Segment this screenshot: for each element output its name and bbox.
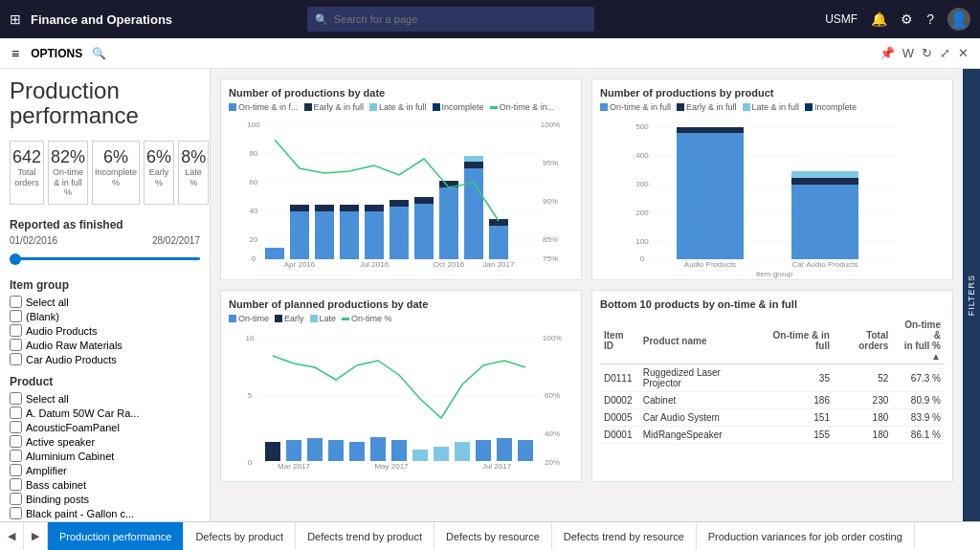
svg-text:Item group: Item group [756,270,793,278]
row-name-2: Car Audio System [639,409,760,427]
left-panel: Production performance 642 Total orders … [0,69,211,521]
tab-defects-trend-by-product[interactable]: Defects trend by product [296,522,434,550]
svg-text:5: 5 [248,391,253,400]
svg-rect-78 [412,450,428,461]
table-row: D0111 Ruggedized Laser Projector 35 52 6… [600,364,945,392]
row-total-1: 230 [834,392,892,409]
tab-production-variances[interactable]: Production variances for job order costi… [697,522,915,550]
tab-prev-btn[interactable]: ◀ [0,522,24,550]
search-icon: 🔍 [315,13,328,26]
svg-text:Jan 2017: Jan 2017 [483,260,515,269]
svg-rect-34 [464,156,483,162]
kpi-value-0: 642 [12,147,41,167]
chart-planned-by-date: Number of planned productions by date On… [220,290,582,482]
tab-defects-trend-by-resource[interactable]: Defects trend by resource [552,522,697,550]
product-select-all[interactable]: Select all [10,392,200,405]
pin-icon[interactable]: 📌 [880,46,895,60]
legend-incomplete: Incomplete [433,102,484,112]
notification-icon[interactable]: 🔔 [871,11,887,27]
popout-icon[interactable]: ⤢ [940,46,950,60]
svg-text:Audio Products: Audio Products [684,260,736,269]
kpi-label-2: Incomplete % [95,167,137,188]
kpi-incomplete: 6% Incomplete % [92,141,140,205]
item-group-blank[interactable]: (Blank) [10,310,200,322]
usmf-label[interactable]: USMF [825,12,858,26]
svg-rect-79 [434,447,449,461]
table-row: D0001 MidRangeSpeaker 155 180 86.1 % [600,427,945,444]
search-options-icon[interactable]: 🔍 [92,47,106,60]
slider-thumb-left[interactable] [10,253,21,265]
chart-productions-by-date: Number of productions by date On-time & … [220,78,582,280]
svg-rect-21 [315,205,334,211]
product-bass[interactable]: Bass cabinet [10,478,200,491]
item-group-car[interactable]: Car Audio Products [10,353,200,365]
svg-rect-18 [290,211,309,259]
kpi-label-1: On-time & in full % [51,167,85,198]
chart-2-title: Number of productions by product [600,87,945,99]
search-bar[interactable]: 🔍 [307,7,594,32]
word-icon[interactable]: W [902,46,914,60]
legend3-late: Late [310,314,337,323]
product-active-speaker[interactable]: Active speaker [10,435,200,448]
tab-next-btn[interactable]: ▶ [24,522,48,550]
svg-text:40: 40 [250,207,258,215]
svg-rect-25 [365,205,384,211]
date-to: 28/02/2017 [152,235,200,246]
tab-defects-by-resource[interactable]: Defects by resource [434,522,552,550]
tab-production-performance[interactable]: Production performance [48,522,184,550]
svg-text:200: 200 [635,209,649,217]
legend3-ontime: On-time [229,314,269,323]
svg-text:Mar 2017: Mar 2017 [278,462,310,471]
product-amplifier[interactable]: Amplifier [10,464,200,476]
chart-1-svg: 100 80 60 40 20 0 100% 95% 90% 85% 75% [229,116,573,269]
svg-rect-33 [464,162,483,168]
svg-text:300: 300 [635,180,649,188]
product-datum[interactable]: A. Datum 50W Car Ra... [10,407,200,419]
search-input[interactable] [334,13,587,25]
legend-line: On-time & in... [490,102,555,112]
svg-text:Jul 2017: Jul 2017 [482,462,512,471]
svg-rect-83 [518,440,533,461]
toolbar-right: 📌 W ↻ ⤢ ✕ [880,46,969,60]
row-id-2: D0005 [600,409,639,427]
close-icon[interactable]: ✕ [958,46,969,60]
row-name-1: Cabinet [639,392,760,409]
item-group-audio[interactable]: Audio Products [10,324,200,337]
toolbar: ≡ OPTIONS 🔍 📌 W ↻ ⤢ ✕ [0,38,980,69]
product-aluminium[interactable]: Aluminium Cabinet [10,450,200,462]
svg-rect-30 [439,187,458,259]
product-black-paint[interactable]: Black paint - Gallon c... [10,507,200,519]
product-binding[interactable]: Binding posts [10,493,200,505]
svg-text:90%: 90% [543,197,558,206]
product-acoustic[interactable]: AcousticFoamPanel [10,421,200,433]
right-filters-sidebar[interactable]: FILTERS [963,69,980,521]
row-ontime-0: 35 [760,364,834,392]
refresh-icon[interactable]: ↻ [922,46,932,60]
help-icon[interactable]: ? [926,11,934,27]
kpi-label-3: Early % [146,167,171,188]
svg-rect-80 [455,442,470,461]
settings-icon[interactable]: ⚙ [901,11,913,27]
svg-text:May 2017: May 2017 [374,462,409,471]
svg-text:0: 0 [640,254,645,263]
svg-rect-55 [791,185,858,259]
nav-right-icons: USMF 🔔 ⚙ ? 👤 [825,8,970,31]
app-grid-icon[interactable]: ⊞ [10,11,21,27]
item-group-raw[interactable]: Audio Raw Materials [10,339,200,351]
reported-finished-section: Reported as finished 01/02/2016 28/02/20… [10,218,200,267]
row-id-0: D0111 [600,364,639,392]
item-group-select-all[interactable]: Select all [10,296,200,308]
user-avatar[interactable]: 👤 [947,8,970,31]
hamburger-icon[interactable]: ≡ [11,46,19,61]
chart-bottom10: Bottom 10 products by on-time & in full … [591,290,953,482]
legend-ontime: On-time & in f... [229,102,299,112]
tab-defects-by-product[interactable]: Defects by product [184,522,296,550]
legend2-ontime: On-time & in full [600,102,671,112]
legend2-early: Early & in full [677,102,737,112]
date-slider[interactable] [10,252,200,267]
svg-text:60%: 60% [545,391,560,400]
chart-4-title: Bottom 10 products by on-time & in full [600,298,945,310]
svg-rect-19 [290,205,309,211]
svg-rect-73 [307,438,323,461]
svg-rect-23 [340,205,359,211]
